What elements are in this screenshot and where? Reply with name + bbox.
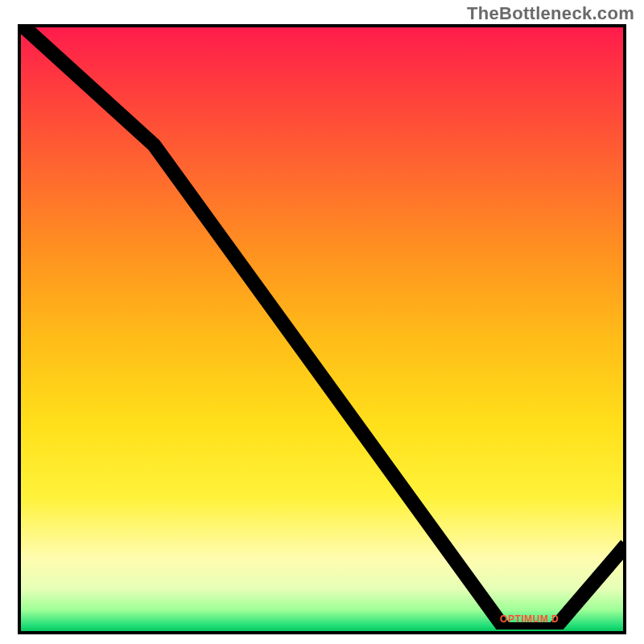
line-series [21,24,626,630]
optimum-label: OPTIMUM D [500,613,559,625]
bottleneck-curve-path [21,24,626,630]
attribution-text: TheBottleneck.com [467,3,634,24]
chart-area: OPTIMUM D [18,24,626,634]
